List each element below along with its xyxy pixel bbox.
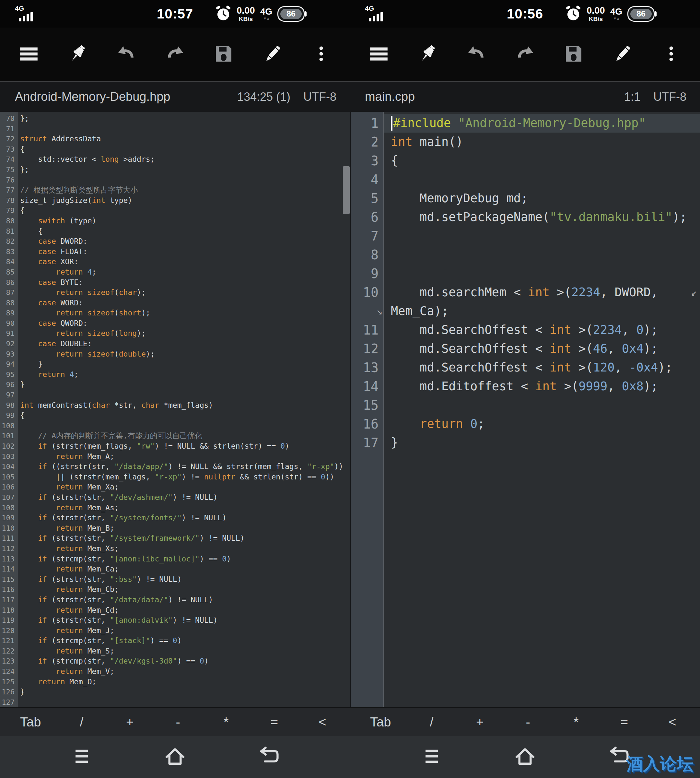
wrap-continuation-icon: ↘ <box>351 302 384 321</box>
line-number: 12 <box>351 339 384 358</box>
code-line: 85 return 4; <box>0 267 350 277</box>
redo-button[interactable] <box>511 40 539 68</box>
battery-level: 86 <box>280 9 302 19</box>
code-text <box>384 396 700 415</box>
nav-home-button[interactable] <box>510 742 540 771</box>
key-<[interactable]: < <box>315 715 330 730</box>
code-line: 16 return 0; <box>351 415 700 433</box>
code-text: case DOUBLE: <box>18 339 350 349</box>
redo-button[interactable] <box>161 40 189 68</box>
alarm-clock-icon <box>215 5 232 23</box>
key-tab[interactable]: Tab <box>20 715 41 730</box>
code-text <box>18 697 350 707</box>
key-+[interactable]: + <box>122 715 137 730</box>
line-number: 116 <box>0 584 18 595</box>
line-number: 83 <box>0 247 18 257</box>
code-line: 112 return Mem_Xs; <box>0 544 350 554</box>
line-number: 14 <box>351 377 384 396</box>
line-number: 115 <box>0 574 18 585</box>
traffic-arrows-icon: ▼▲ <box>613 17 619 20</box>
code-text <box>18 124 350 134</box>
code-line: 11 md.SearchOffest < int >(2234, 0); <box>351 321 700 339</box>
code-line: 102 if (strstr(mem_flags, "rw") != NULL … <box>0 441 350 452</box>
key-=[interactable]: = <box>617 715 632 730</box>
code-text: if (strstr(str, "/system/framework/") !=… <box>18 533 350 544</box>
key-/[interactable]: / <box>424 715 439 730</box>
code-line: 96} <box>0 380 350 390</box>
nav-menu-button[interactable] <box>417 742 446 771</box>
code-line: 95 return 4; <box>0 369 350 380</box>
code-line: 109 if (strstr(str, "/system/fonts/") !=… <box>0 513 350 523</box>
nav-back-icon <box>255 743 281 771</box>
code-text: return 4; <box>18 369 350 380</box>
line-number: 79 <box>0 205 18 216</box>
traffic-arrows-icon: ▼▲ <box>263 17 269 20</box>
code-text: return Mem_A; <box>18 452 350 462</box>
code-line: 113 if (strcmp(str, "[anon:libc_malloc]"… <box>0 554 350 564</box>
code-line: 103 return Mem_A; <box>0 452 350 462</box>
code-line: 89 return sizeof(short); <box>0 308 350 318</box>
nav-back-button[interactable] <box>254 742 283 771</box>
code-text: struct AddressData <box>18 134 350 144</box>
key-+[interactable]: + <box>472 715 487 730</box>
key-<[interactable]: < <box>665 715 680 730</box>
line-number: 117 <box>0 595 18 605</box>
encoding-label: UTF-8 <box>303 90 337 104</box>
code-text <box>18 175 350 185</box>
scrollbar-thumb[interactable] <box>343 166 350 214</box>
code-line: 123 if (strcmp(str, "/dev/kgsl-3d0") == … <box>0 656 350 666</box>
nav-menu-button[interactable] <box>67 742 96 771</box>
line-number: 92 <box>0 339 18 349</box>
line-number: 81 <box>0 226 18 237</box>
code-line: 80 switch (type) <box>0 216 350 226</box>
line-number: 124 <box>0 666 18 677</box>
editor-pane-right[interactable]: 1#include "Android-Memory-Debug.hpp"2int… <box>350 112 700 707</box>
status-bar-left: 4G 10:57 0.00KB/s 4G▼▲ 86 <box>0 0 350 28</box>
line-number: 13 <box>351 358 384 377</box>
undo-button[interactable] <box>112 40 140 68</box>
line-number: 93 <box>0 349 18 359</box>
menu-button[interactable] <box>365 40 393 68</box>
code-line: 115 if (strstr(str, ":bss") != NULL) <box>0 574 350 585</box>
code-line: 101 // A内存的判断并不完善,有能力的可以自己优化 <box>0 431 350 441</box>
key-*[interactable]: * <box>219 715 234 730</box>
edit-icon <box>612 43 633 65</box>
save-button[interactable] <box>210 40 238 68</box>
more-button[interactable] <box>307 40 335 68</box>
code-text: if ((strstr(str, "/data/app/") != NULL &… <box>18 462 350 472</box>
line-number: 85 <box>0 267 18 277</box>
key-=[interactable]: = <box>267 715 282 730</box>
code-text: case BYTE: <box>18 277 350 288</box>
code-line: 3{ <box>351 151 700 170</box>
nav-home-button[interactable] <box>160 742 190 771</box>
line-number: 73 <box>0 144 18 155</box>
pin-button[interactable] <box>413 40 442 68</box>
line-number: 86 <box>0 277 18 288</box>
key--[interactable]: - <box>170 715 185 730</box>
edit-button[interactable] <box>608 40 637 68</box>
line-number: 11 <box>351 321 384 339</box>
key-tab[interactable]: Tab <box>370 715 391 730</box>
undo-button[interactable] <box>462 40 490 68</box>
nav-home-icon <box>162 743 188 771</box>
editor-pane-left[interactable]: 70};7172struct AddressData73{74 std::vec… <box>0 112 350 707</box>
key--[interactable]: - <box>520 715 535 730</box>
code-line: 4 <box>351 170 700 189</box>
file-name: main.cpp <box>365 90 624 104</box>
code-text: return Mem_O; <box>18 677 350 687</box>
more-button[interactable] <box>657 40 685 68</box>
key-*[interactable]: * <box>569 715 584 730</box>
line-number: 121 <box>0 636 18 646</box>
save-button[interactable] <box>560 40 588 68</box>
menu-button[interactable] <box>15 40 43 68</box>
edit-button[interactable] <box>258 40 287 68</box>
pin-button[interactable] <box>63 40 92 68</box>
line-number: 90 <box>0 318 18 329</box>
line-number: 114 <box>0 564 18 574</box>
nav-bar-left <box>0 736 350 778</box>
line-number: 16 <box>351 415 384 433</box>
line-number: 125 <box>0 677 18 687</box>
code-row: 70};7172struct AddressData73{74 std::vec… <box>0 112 700 707</box>
key-/[interactable]: / <box>74 715 89 730</box>
battery-indicator: 86 <box>627 6 655 22</box>
